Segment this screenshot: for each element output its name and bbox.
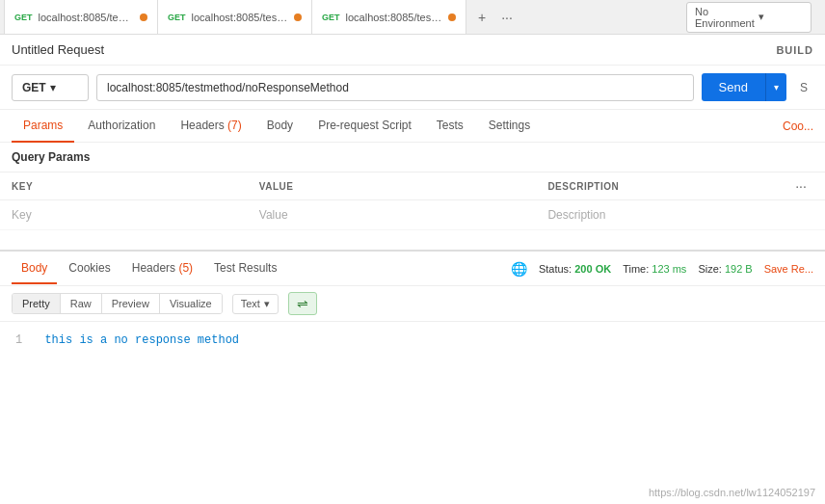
query-params-section: Query Params KEY VALUE DESCRIPTION ··· K… [0, 143, 825, 230]
send-button[interactable]: Send [702, 73, 765, 101]
request-tab-2[interactable]: GET localhost:8085/testclas... [158, 0, 312, 34]
desc-placeholder[interactable]: Description [536, 200, 784, 230]
type-label: Text [241, 298, 260, 309]
tab-2-dirty-dot [294, 13, 302, 21]
response-tabs: Body Cookies Headers (5) Test Results 🌐 … [0, 252, 825, 286]
format-preview[interactable]: Preview [102, 294, 160, 313]
tab-1-dirty-dot [140, 13, 147, 21]
col-header-value: VALUE [248, 172, 537, 200]
key-placeholder[interactable]: Key [0, 200, 248, 230]
env-selector: No Environment ▾ [677, 2, 821, 33]
status-label: Status: 200 OK [539, 263, 611, 275]
url-input[interactable] [96, 74, 694, 101]
tab-3-url: localhost:8085/testmet... [346, 12, 442, 23]
tab-body[interactable]: Body [255, 110, 305, 143]
response-tab-body[interactable]: Body [12, 253, 57, 284]
tab-settings[interactable]: Settings [477, 110, 542, 143]
table-row: Key Value Description [0, 200, 825, 230]
format-pretty[interactable]: Pretty [13, 294, 61, 313]
type-chevron-icon: ▾ [264, 298, 270, 310]
wrap-button[interactable]: ⇌ [288, 292, 317, 315]
env-label: No Environment [695, 6, 755, 29]
type-selector[interactable]: Text ▾ [232, 294, 279, 314]
method-selector[interactable]: GET ▾ [12, 74, 89, 101]
save-button[interactable]: S [794, 75, 813, 100]
params-actions-button[interactable]: ··· [795, 178, 807, 194]
size-label: Size: 192 B [698, 263, 752, 275]
add-tab-button[interactable]: + [472, 8, 492, 27]
tab-bar: GET localhost:8085/testmet... GET localh… [0, 0, 825, 35]
tab-prerequest[interactable]: Pre-request Script [306, 110, 423, 143]
response-format-bar: Pretty Raw Preview Visualize Text ▾ ⇌ [0, 286, 825, 322]
line-number: 1 [15, 333, 22, 347]
format-raw[interactable]: Raw [61, 294, 102, 313]
tab-params[interactable]: Params [12, 110, 74, 143]
tab-tests[interactable]: Tests [425, 110, 475, 143]
method-text: GET [22, 81, 46, 94]
response-body: 1 this is a no response method [0, 322, 825, 380]
nav-overflow[interactable]: Coo... [783, 119, 813, 133]
request-header: Untitled Request BUILD [0, 35, 825, 66]
tab-2-method: GET [168, 13, 186, 22]
value-placeholder[interactable]: Value [248, 200, 537, 230]
send-btn-group: Send ▾ [702, 73, 786, 101]
tab-3-dirty-dot [448, 13, 456, 21]
col-header-actions: ··· [784, 172, 825, 200]
save-response-button[interactable]: Save Re... [764, 263, 813, 275]
nav-tabs: Params Authorization Headers (7) Body Pr… [0, 110, 825, 143]
globe-icon: 🌐 [511, 261, 527, 277]
more-tabs-button[interactable]: ··· [495, 8, 519, 27]
time-label: Time: 123 ms [623, 263, 686, 275]
request-title: Untitled Request [12, 42, 104, 57]
request-tab-1[interactable]: GET localhost:8085/testmet... [4, 0, 158, 34]
col-header-key: KEY [0, 172, 248, 200]
request-tab-3[interactable]: GET localhost:8085/testmet... [312, 0, 466, 34]
response-tab-headers[interactable]: Headers (5) [122, 253, 202, 284]
response-area: Body Cookies Headers (5) Test Results 🌐 … [0, 250, 825, 380]
environment-dropdown[interactable]: No Environment ▾ [686, 2, 812, 33]
response-tab-cookies[interactable]: Cookies [59, 253, 120, 284]
time-value: 123 ms [652, 263, 686, 275]
response-content: this is a no response method [44, 333, 239, 347]
tab-authorization[interactable]: Authorization [76, 110, 167, 143]
size-value: 192 B [725, 263, 753, 275]
tab-3-method: GET [322, 13, 340, 22]
query-params-title: Query Params [0, 143, 825, 172]
format-group: Pretty Raw Preview Visualize [12, 293, 223, 314]
col-header-description: DESCRIPTION [536, 172, 784, 200]
env-chevron-icon: ▾ [758, 11, 803, 23]
tab-2-url: localhost:8085/testclas... [192, 12, 288, 23]
tab-headers[interactable]: Headers (7) [169, 110, 253, 143]
method-chevron-icon: ▾ [50, 81, 56, 94]
tab-actions: + ··· [472, 8, 519, 27]
status-value: 200 OK [574, 263, 611, 275]
tab-1-method: GET [14, 13, 33, 22]
tab-1-url: localhost:8085/testmet... [39, 12, 134, 23]
row-actions [784, 200, 825, 230]
send-dropdown-button[interactable]: ▾ [765, 73, 786, 101]
url-bar: GET ▾ Send ▾ S [0, 66, 825, 110]
response-status: 🌐 Status: 200 OK Time: 123 ms Size: 192 … [511, 261, 813, 277]
params-table: KEY VALUE DESCRIPTION ··· Key Value Desc… [0, 172, 825, 230]
build-button[interactable]: BUILD [776, 44, 813, 56]
format-visualize[interactable]: Visualize [160, 294, 222, 313]
response-tab-test-results[interactable]: Test Results [204, 253, 286, 284]
